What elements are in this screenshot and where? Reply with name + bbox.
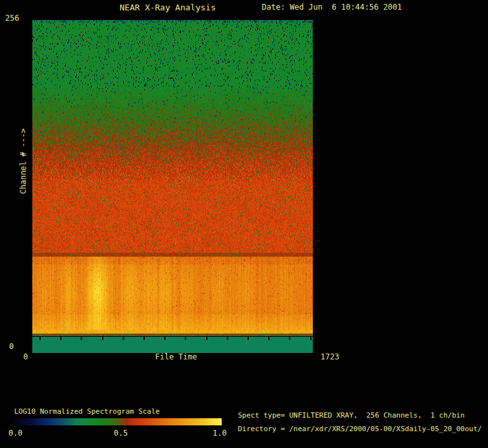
colorbar-tick-max: 1.0: [213, 429, 227, 437]
colorbar-tick-mid: 0.5: [114, 429, 128, 437]
colorbar-title: LOG10 Normalized Spectrogram Scale: [14, 408, 160, 415]
directory-label: Directory = /near/xdr/XRS/2000/05-00/XSd…: [238, 425, 482, 432]
x-axis-title: File Time: [155, 353, 197, 361]
xray-analysis-window: NEAR X-Ray Analysis Date: Wed Jun 6 10:4…: [0, 0, 488, 448]
y-axis-min-label: 0: [9, 343, 14, 350]
x-axis-max-label: 1723: [321, 353, 339, 361]
colorbar-gradient: [14, 418, 222, 425]
spectrogram-image: [32, 20, 313, 353]
date-label: Date: Wed Jun 6 10:44:56 2001: [262, 3, 402, 11]
y-axis-title: Channel # --->: [19, 129, 27, 194]
x-axis-min-label: 0: [23, 353, 28, 361]
page-title: NEAR X-Ray Analysis: [120, 3, 216, 12]
spect-type-label: Spect type= UNFILTERED XRAY, 256 Channel…: [238, 412, 465, 419]
y-axis-max-label: 256: [5, 14, 19, 22]
colorbar-tick-min: 0.0: [8, 429, 23, 437]
